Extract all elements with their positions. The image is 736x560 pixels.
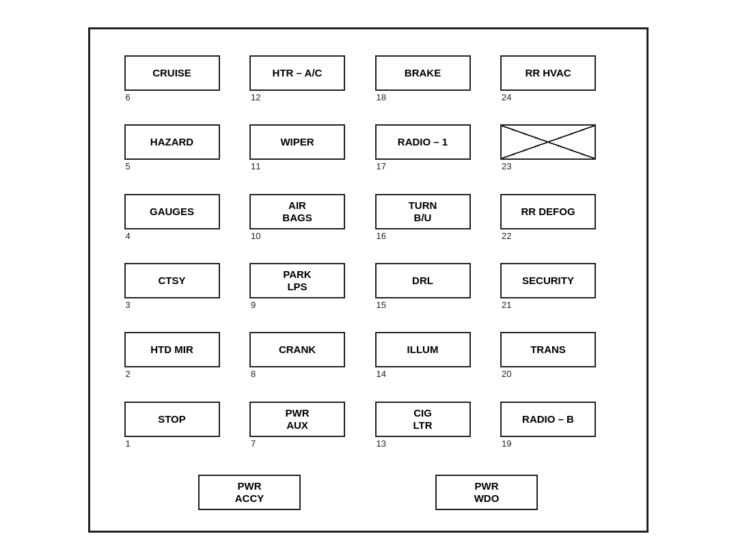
fuse-label-ILLUM: ILLUM (375, 332, 471, 367)
fuse-number: 4 (126, 231, 131, 241)
fuse-number: 10 (251, 231, 260, 241)
fuse-number: 16 (377, 231, 386, 241)
fuse-cell-r4-c2: ILLUM14 (368, 326, 494, 395)
fuse-cell-r3-c1: PARK LPS9 (243, 257, 368, 326)
fuse-number: 6 (126, 92, 131, 102)
fuse-number: 5 (126, 161, 131, 171)
fuse-label-PWR-AUX: PWR AUX (249, 402, 345, 437)
fuse-cell-r4-c0: HTD MIR2 (118, 326, 243, 395)
fuse-number: 1 (126, 438, 131, 449)
fuse-cell-r4-c3: TRANS20 (493, 326, 619, 395)
fuse-label-CRANK: CRANK (249, 332, 345, 367)
fuse-number: 15 (377, 300, 386, 310)
fuse-cell-r0-c1: HTR – A/C12 (243, 50, 368, 119)
bottom-fuse-label-0: PWR ACCY (198, 475, 301, 510)
fuse-cell-r1-c0: HAZARD5 (118, 119, 243, 188)
fuse-cell-r3-c3: SECURITY21 (493, 257, 619, 326)
fuse-label-PARK-LPS: PARK LPS (249, 263, 345, 298)
fuse-cell-r0-c3: RR HVAC24 (493, 50, 619, 119)
fuse-number: 19 (502, 438, 511, 449)
fuse-label-HTR--AC: HTR – A/C (249, 55, 345, 91)
fuse-label-CTSY: CTSY (124, 263, 220, 298)
fuse-number: 3 (126, 300, 131, 310)
fuse-label-AIR-BAGS: AIR BAGS (249, 194, 345, 229)
crossed-fuse-box (500, 124, 596, 160)
fuse-cell-r4-c1: CRANK8 (243, 326, 368, 395)
fuse-number: 12 (251, 92, 260, 102)
fuse-label-RADIO--B: RADIO – B (500, 402, 596, 437)
fuse-number: 24 (502, 92, 511, 102)
fuse-label-DRL: DRL (375, 263, 471, 298)
fuse-number: 7 (251, 438, 256, 449)
fuse-cell-r2-c3: RR DEFOG22 (493, 188, 619, 257)
fuse-label-TRANS: TRANS (500, 332, 596, 367)
fuse-number: 21 (502, 300, 511, 310)
fuse-cell-r3-c2: DRL15 (368, 257, 494, 326)
fuse-cell-r2-c1: AIR BAGS10 (243, 188, 368, 257)
fuse-label-WIPER: WIPER (249, 124, 345, 160)
bottom-fuse-label-1: PWR WDO (435, 475, 538, 510)
fuse-number: 18 (377, 92, 386, 102)
fuse-label-RR-HVAC: RR HVAC (500, 55, 596, 91)
fuse-cell-r5-c3: RADIO – B19 (493, 396, 619, 465)
fuse-number: 13 (377, 438, 386, 449)
fuse-number: 20 (502, 369, 511, 379)
fuse-cell-r0-c2: BRAKE18 (368, 50, 494, 119)
fuse-number: 17 (377, 161, 386, 171)
fuse-diagram: CRUISE6HTR – A/C12BRAKE18RR HVAC24HAZARD… (88, 27, 649, 533)
fuse-cell-r5-c1: PWR AUX7 (243, 396, 368, 465)
fuse-number: 9 (251, 300, 256, 310)
fuse-number: 22 (502, 231, 511, 241)
bottom-fuse-cell-1: PWR WDO (435, 475, 538, 510)
fuse-cell-r3-c0: CTSY3 (118, 257, 243, 326)
fuse-label-RR-DEFOG: RR DEFOG (500, 194, 596, 229)
fuse-cell-r1-c1: WIPER11 (243, 119, 368, 188)
fuse-cell-r2-c0: GAUGES4 (118, 188, 243, 257)
fuse-label-TURN-BU: TURN B/U (375, 194, 471, 229)
fuse-cell-r1-c2: RADIO – 117 (368, 119, 494, 188)
fuse-cell-r5-c0: STOP1 (118, 396, 243, 465)
bottom-fuse-cell-0: PWR ACCY (198, 475, 301, 510)
fuse-label-GAUGES: GAUGES (124, 194, 220, 229)
fuse-cell-r5-c2: CIG LTR13 (368, 396, 494, 465)
bottom-row: PWR ACCYPWR WDO (118, 468, 619, 510)
fuse-cell-r1-c3: 23 (493, 119, 619, 188)
fuse-grid: CRUISE6HTR – A/C12BRAKE18RR HVAC24HAZARD… (118, 50, 619, 465)
fuse-number: 8 (251, 369, 256, 379)
fuse-cell-r2-c2: TURN B/U16 (368, 188, 494, 257)
fuse-label-STOP: STOP (124, 402, 220, 437)
fuse-number: 23 (502, 161, 511, 171)
fuse-label-SECURITY: SECURITY (500, 263, 596, 298)
fuse-number: 2 (126, 369, 131, 379)
fuse-label-BRAKE: BRAKE (375, 55, 471, 91)
fuse-label-RADIO--1: RADIO – 1 (375, 124, 471, 160)
fuse-number: 11 (251, 161, 260, 171)
fuse-label-HAZARD: HAZARD (124, 124, 220, 160)
fuse-label-HTD-MIR: HTD MIR (124, 332, 220, 367)
fuse-label-CIG-LTR: CIG LTR (375, 402, 471, 437)
fuse-number: 14 (377, 369, 386, 379)
fuse-label-CRUISE: CRUISE (124, 55, 220, 91)
fuse-cell-r0-c0: CRUISE6 (118, 50, 243, 119)
